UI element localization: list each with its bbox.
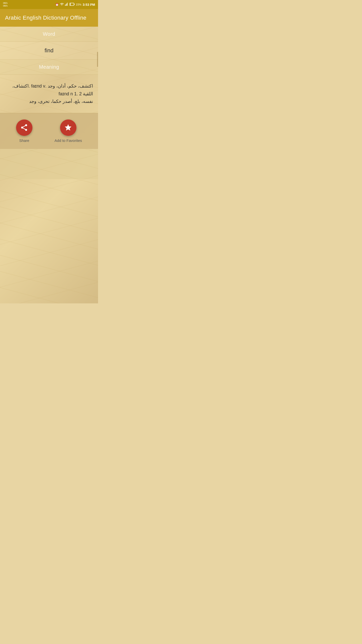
word-value-section: find: [0, 42, 98, 60]
time-display: 3:53 PM: [83, 3, 95, 7]
alarm-icon: ⏰: [55, 3, 59, 6]
bottom-space: [0, 149, 98, 179]
share-icon-circle: [16, 119, 32, 136]
favorites-button[interactable]: Add to Favorites: [55, 119, 82, 143]
meaning-text: اكتشف، حكم، أدان، وجد .faɪnd v .اكتشاف، …: [5, 82, 93, 105]
signal-icon: [65, 3, 68, 7]
app-header: Arabic English Dictionary Offline: [0, 9, 98, 27]
scroll-indicator: [97, 52, 98, 67]
meaning-label: Meaning: [5, 64, 93, 70]
share-label: Share: [19, 138, 29, 143]
status-bar: 0B/s 0B/s ⏰ 15%: [0, 0, 98, 9]
meaning-label-section: Meaning: [0, 60, 98, 75]
status-icons: ⏰ 15% 3:53 PM: [55, 3, 95, 7]
main-content: Word find Meaning اكتشف، حكم، أدان، وجد …: [0, 27, 98, 303]
svg-rect-3: [67, 3, 68, 6]
network-speed: 0B/s 0B/s: [3, 2, 8, 7]
word-value: find: [5, 47, 93, 54]
star-icon-circle: [60, 119, 76, 136]
battery-icon: [70, 3, 75, 6]
share-button[interactable]: Share: [16, 119, 32, 143]
svg-rect-5: [74, 4, 74, 5]
word-label-section: Word: [0, 27, 98, 42]
svg-rect-0: [65, 5, 65, 6]
wifi-icon: [60, 3, 64, 7]
svg-rect-2: [66, 4, 67, 6]
star-icon: [64, 124, 72, 132]
svg-rect-1: [66, 4, 66, 6]
meaning-content-section: اكتشف، حكم، أدان، وجد .faɪnd v .اكتشاف، …: [0, 75, 98, 113]
battery-percent: 15%: [76, 3, 81, 6]
favorites-label: Add to Favorites: [55, 138, 82, 143]
action-bar: Share Add to Favorites: [0, 113, 98, 149]
word-label: Word: [5, 31, 93, 37]
app-title: Arabic English Dictionary Offline: [5, 15, 93, 21]
share-icon: [20, 124, 28, 132]
svg-rect-6: [70, 3, 71, 5]
